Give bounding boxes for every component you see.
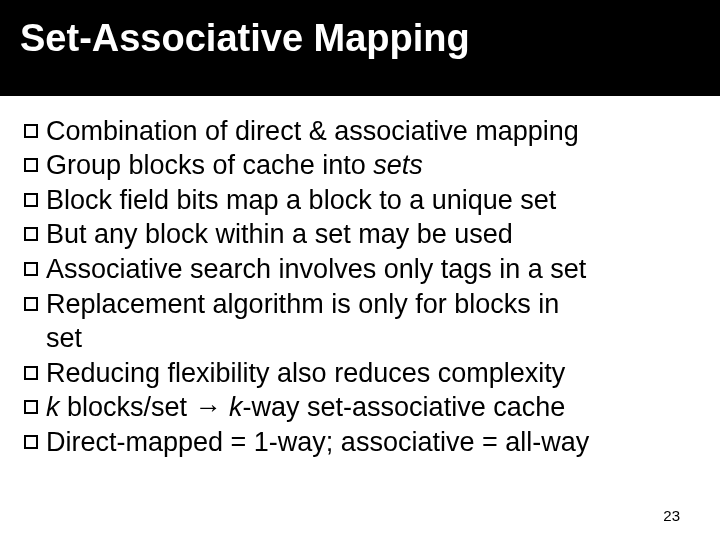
bullet-item: k blocks/set → k-way set-associative cac… <box>24 390 696 425</box>
bullet-text: Group blocks of cache into sets <box>46 148 696 183</box>
bullet-text: k blocks/set → k-way set-associative cac… <box>46 390 696 425</box>
bullet-text: But any block within a set may be used <box>46 217 696 252</box>
slide: Set-Associative Mapping Combination of d… <box>0 0 720 540</box>
bullet-icon <box>24 124 38 138</box>
bullet-icon <box>24 400 38 414</box>
text-fragment: -way set-associative cache <box>243 392 566 422</box>
bullet-item: Group blocks of cache into sets <box>24 148 696 183</box>
text-fragment: Group blocks of cache into <box>46 150 373 180</box>
text-italic: sets <box>373 150 423 180</box>
bullet-item: Direct-mapped = 1-way; associative = all… <box>24 425 696 460</box>
bullet-text: Block field bits map a block to a unique… <box>46 183 696 218</box>
bullet-text: Replacement algorithm is only for blocks… <box>46 287 696 322</box>
bullet-icon <box>24 193 38 207</box>
slide-content: Combination of direct & associative mapp… <box>0 96 720 459</box>
title-bar: Set-Associative Mapping <box>0 0 720 96</box>
bullet-icon <box>24 262 38 276</box>
page-number: 23 <box>663 507 680 524</box>
bullet-continuation: set <box>24 321 696 356</box>
bullet-item: Block field bits map a block to a unique… <box>24 183 696 218</box>
text-italic: k <box>46 392 60 422</box>
bullet-item: But any block within a set may be used <box>24 217 696 252</box>
bullet-item: Replacement algorithm is only for blocks… <box>24 287 696 322</box>
bullet-icon <box>24 435 38 449</box>
bullet-icon <box>24 297 38 311</box>
bullet-icon <box>24 227 38 241</box>
text-fragment: blocks/set → <box>60 392 230 422</box>
bullet-text: Direct-mapped = 1-way; associative = all… <box>46 425 696 460</box>
bullet-icon <box>24 158 38 172</box>
bullet-item: Associative search involves only tags in… <box>24 252 696 287</box>
bullet-icon <box>24 366 38 380</box>
text-italic: k <box>229 392 243 422</box>
bullet-text: Reducing flexibility also reduces comple… <box>46 356 696 391</box>
slide-title: Set-Associative Mapping <box>20 18 700 60</box>
bullet-text: Associative search involves only tags in… <box>46 252 696 287</box>
bullet-item: Reducing flexibility also reduces comple… <box>24 356 696 391</box>
bullet-item: Combination of direct & associative mapp… <box>24 114 696 149</box>
bullet-text: Combination of direct & associative mapp… <box>46 114 696 149</box>
